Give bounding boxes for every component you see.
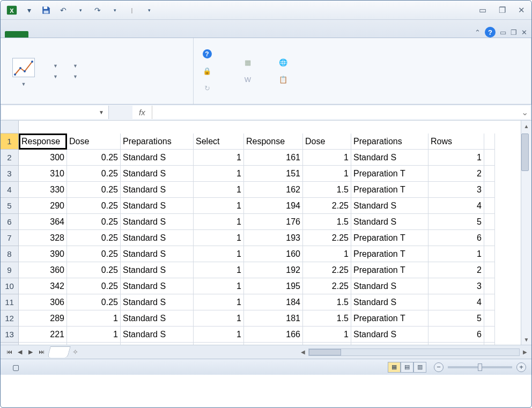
cell[interactable]: 0.25 — [67, 262, 121, 278]
cell[interactable]: Standard S — [121, 262, 194, 278]
scroll-right-icon[interactable]: ▶ — [521, 349, 529, 355]
cell[interactable]: 221 — [19, 327, 67, 343]
unistat-tools-menu[interactable]: ▼ — [68, 73, 80, 80]
name-box[interactable]: ▼ — [2, 106, 109, 119]
cell[interactable]: 1.5 — [303, 214, 351, 230]
cell[interactable] — [484, 310, 495, 327]
cell[interactable]: 1.5 — [303, 182, 351, 198]
cell[interactable]: 2.25 — [303, 278, 351, 294]
cell[interactable]: 1 — [67, 327, 121, 343]
cell[interactable]: 4 — [428, 294, 484, 310]
statistics1-menu[interactable]: ▼ — [48, 62, 60, 70]
cell[interactable]: 181 — [244, 310, 303, 327]
cell[interactable]: 2 — [428, 262, 484, 278]
horizontal-scrollbar[interactable]: ◀ ▶ — [86, 348, 531, 356]
cell[interactable]: 300 — [19, 150, 67, 166]
cell[interactable]: Preparation T — [351, 343, 428, 345]
cell[interactable]: Standard S — [351, 198, 428, 214]
cell[interactable]: Standard S — [121, 278, 194, 294]
cell[interactable]: 151 — [244, 166, 303, 182]
cell[interactable]: Standard S — [351, 278, 428, 294]
cell[interactable]: Standard S — [121, 150, 194, 166]
row-header[interactable]: 1 — [1, 133, 19, 150]
cell[interactable]: Standard S — [121, 343, 194, 345]
cell[interactable]: 306 — [19, 294, 67, 310]
row-header[interactable]: 14 — [1, 343, 19, 345]
cell[interactable]: 0.25 — [67, 246, 121, 262]
cell[interactable]: 0.25 — [67, 278, 121, 294]
output-browser-button[interactable]: 🌐 — [276, 57, 293, 69]
cell[interactable]: 310 — [19, 166, 67, 182]
cell[interactable] — [484, 182, 495, 198]
cell[interactable] — [484, 230, 495, 246]
cell[interactable]: 0.25 — [67, 214, 121, 230]
row-header[interactable]: 13 — [1, 327, 19, 343]
cell[interactable]: 1 — [428, 246, 484, 262]
row-header[interactable]: 11 — [1, 294, 19, 310]
cell[interactable]: 1.5 — [303, 294, 351, 310]
cell[interactable]: 1 — [194, 343, 244, 345]
cell[interactable]: Standard S — [121, 182, 194, 198]
cell[interactable]: 360 — [19, 262, 67, 278]
cell[interactable]: 267 — [19, 343, 67, 345]
cell[interactable]: Preparation T — [351, 166, 428, 182]
cell[interactable]: Standard S — [121, 310, 194, 327]
scroll-left-icon[interactable]: ◀ — [299, 349, 307, 355]
cell[interactable]: 166 — [244, 327, 303, 343]
output-clipboard-button[interactable]: 📋 — [276, 74, 293, 86]
cell[interactable]: 5 — [428, 310, 484, 327]
cell[interactable]: Preparation T — [351, 246, 428, 262]
expand-formula-icon[interactable]: ⌄ — [519, 107, 530, 117]
cell[interactable]: 2.25 — [303, 230, 351, 246]
cell[interactable]: Standard S — [121, 198, 194, 214]
cell[interactable]: 1 — [303, 246, 351, 262]
row-header[interactable]: 9 — [1, 262, 19, 278]
row-header[interactable]: 7 — [1, 230, 19, 246]
cell[interactable]: Standard S — [351, 214, 428, 230]
cell[interactable]: Preparation T — [351, 310, 428, 327]
row-header[interactable]: 2 — [1, 150, 19, 166]
cell[interactable]: 0.25 — [67, 150, 121, 166]
cell[interactable]: 342 — [19, 278, 67, 294]
cell[interactable] — [484, 246, 495, 262]
cell[interactable]: 1 — [194, 166, 244, 182]
cell[interactable]: 194 — [244, 198, 303, 214]
maximize-icon[interactable]: ❐ — [496, 4, 508, 16]
zoom-slider[interactable] — [448, 366, 512, 368]
row-header[interactable]: 10 — [1, 278, 19, 294]
doc-restore-icon[interactable]: ❐ — [511, 28, 517, 36]
select-all-corner[interactable] — [1, 121, 19, 133]
cell[interactable]: 1 — [67, 310, 121, 327]
cell[interactable]: Preparation T — [351, 262, 428, 278]
lock-data-button[interactable]: 🔒 — [200, 65, 217, 77]
cell[interactable] — [484, 278, 495, 294]
cell[interactable]: Standard S — [121, 294, 194, 310]
sheet-next-icon[interactable]: ▶ — [25, 348, 36, 355]
cell[interactable]: Select — [194, 133, 244, 150]
cell[interactable]: 1 — [194, 150, 244, 166]
help-button[interactable]: ? — [200, 48, 217, 60]
cell[interactable]: 2 — [428, 166, 484, 182]
excel-icon[interactable]: X — [5, 3, 19, 17]
qat-dropdown-icon[interactable]: ▾ — [22, 3, 36, 17]
cell[interactable]: Dose — [303, 133, 351, 150]
row-header[interactable]: 3 — [1, 166, 19, 182]
cell[interactable]: 1 — [428, 150, 484, 166]
macro-record-icon[interactable]: ▢ — [12, 363, 19, 372]
cell[interactable]: Rows — [428, 133, 484, 150]
row-header[interactable]: 6 — [1, 214, 19, 230]
cell[interactable]: 5 — [428, 214, 484, 230]
close-icon[interactable]: ✕ — [515, 4, 527, 16]
zoom-in-button[interactable]: + — [516, 362, 526, 372]
redo-dropdown-icon[interactable]: ▾ — [108, 3, 122, 17]
cell[interactable] — [484, 214, 495, 230]
cell[interactable]: 330 — [19, 182, 67, 198]
bioassay-menu[interactable]: ▼ — [68, 62, 80, 70]
cell[interactable]: 176 — [244, 214, 303, 230]
file-tab[interactable] — [5, 31, 28, 38]
cell[interactable]: 1 — [194, 310, 244, 327]
cell[interactable]: 1 — [194, 230, 244, 246]
chevron-down-icon[interactable]: ▼ — [99, 109, 104, 115]
cell[interactable]: 6 — [428, 230, 484, 246]
cell[interactable] — [484, 166, 495, 182]
